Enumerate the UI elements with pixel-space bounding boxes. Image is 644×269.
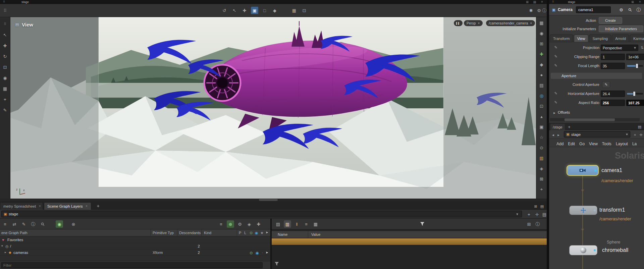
projection-dropdown[interactable]: Perspective ▾	[601, 45, 638, 51]
rotate-tool-icon[interactable]: ↻	[1, 53, 9, 60]
menu-tools[interactable]: Tools	[602, 142, 611, 146]
camera-menu-button[interactable]: /cameras/render_camera ▾	[486, 20, 535, 26]
show-handles-icon[interactable]: ✚	[1, 42, 9, 49]
chevron-down-icon[interactable]: ▾	[515, 211, 520, 217]
menu-layout[interactable]: Layout	[616, 142, 628, 146]
scrollbar-handle[interactable]	[259, 199, 278, 201]
box-select-icon[interactable]: □	[261, 7, 268, 14]
list-view-icon[interactable]: ▤	[274, 220, 282, 228]
lighting-toggle-icon[interactable]: ⊙	[538, 144, 545, 151]
pivot-icon[interactable]: ⌖	[1, 96, 9, 103]
menu-view-icon[interactable]: ≡	[303, 220, 310, 228]
pane-grip-icon[interactable]: ⠿	[1, 7, 9, 14]
copy-parameters-icon[interactable]: ⊞	[525, 220, 533, 228]
tree-row-root[interactable]: ▾ ◎ / 2	[0, 243, 270, 250]
frame-icon[interactable]: ⊡	[538, 102, 545, 110]
scale-tool-icon[interactable]: ⊡	[1, 63, 9, 71]
node-camera1[interactable]	[567, 165, 599, 176]
scene-graph-header[interactable]: ene Graph Path Primitive Typ Descendants…	[0, 229, 270, 236]
view-menu-button[interactable]: Persp ▾	[464, 20, 483, 26]
gear-icon[interactable]: ⚙	[618, 6, 625, 13]
focal-length-field[interactable]: 35	[601, 63, 625, 69]
bypass-flag[interactable]	[569, 169, 571, 171]
horizontal-aperture-field[interactable]: 26.4	[601, 91, 625, 97]
display-flag[interactable]	[594, 169, 597, 172]
close-icon[interactable]: ×	[38, 204, 41, 209]
help-icon[interactable]: ⓘ	[534, 220, 541, 228]
search-icon[interactable]: ⚲	[37, 219, 48, 229]
split-view-icon[interactable]: ‖	[293, 220, 301, 228]
pause-button[interactable]: ▌▌	[454, 20, 463, 26]
tab-geometry-spreadsheet[interactable]: metry Spreadsheet ×	[0, 202, 43, 210]
info-icon[interactable]: ⓘ	[635, 6, 642, 13]
menu-go[interactable]: Go	[579, 142, 585, 146]
pane-separator[interactable]	[547, 0, 549, 269]
star-toggle-icon[interactable]: ☆	[538, 133, 545, 141]
forward-arrow-icon[interactable]: ▸	[556, 132, 561, 138]
strip-grip-icon[interactable]: ⠿	[1, 20, 9, 28]
aspect-ratio-field[interactable]: 256	[601, 100, 625, 106]
target-display-icon[interactable]: ⌖	[538, 185, 545, 193]
display-toggle-icon[interactable]: ◉	[56, 220, 63, 228]
geometry-select-icon[interactable]: ▣	[251, 7, 258, 14]
search-icon[interactable]: ⚲	[625, 4, 635, 15]
tab-menu-icon[interactable]: ▤	[539, 204, 545, 209]
gear-star-icon[interactable]: ⚙	[236, 220, 244, 228]
node-transform1[interactable]	[569, 206, 597, 215]
tab-arnold[interactable]: Arnold	[612, 35, 629, 42]
grid-snap-icon[interactable]: ▦	[1, 85, 9, 92]
display-flag[interactable]	[594, 249, 596, 251]
filter-input[interactable]	[1, 262, 263, 268]
viewport[interactable]: ▤ View ▌▌ Persp ▾ /cameras/render_camera…	[10, 17, 536, 199]
snowflake-icon[interactable]: ❄	[527, 7, 535, 14]
link-selection-icon[interactable]: ⊗	[70, 220, 77, 228]
crosshair-icon[interactable]: ✛	[638, 132, 644, 138]
param-hscrollbar[interactable]	[550, 118, 640, 121]
initialize-parameters-button[interactable]: Initialize Parameters	[599, 25, 643, 32]
clipping-far-field[interactable]: 1e+06	[626, 54, 644, 60]
activate-toggle-icon[interactable]: ⊙	[250, 251, 253, 255]
box-display-icon[interactable]: ⊠	[538, 175, 545, 182]
aperture-section-header[interactable]: Aperture	[550, 72, 642, 79]
edit-mode-icon[interactable]: ✎	[1, 106, 9, 114]
pane-layout-icon[interactable]: ▤	[538, 82, 545, 89]
badge-icon[interactable]: ◈	[246, 220, 253, 228]
hierarchy-icon[interactable]: ≡	[217, 220, 225, 228]
horizontal-aperture-slider[interactable]	[627, 91, 643, 97]
aspect-ratio-field2[interactable]: 107.25	[626, 100, 644, 106]
link-icon[interactable]: ✛	[533, 211, 541, 218]
edit-pencil-icon[interactable]: ✎	[20, 220, 28, 228]
display-flag[interactable]	[594, 209, 596, 211]
tab-list-icon[interactable]: ⊞	[533, 204, 538, 209]
tab-karma[interactable]: Karma	[630, 35, 644, 42]
tab-sampling[interactable]: Sampling	[589, 35, 611, 42]
geometry-dot-icon[interactable]: ●	[538, 71, 545, 78]
expand-arrow-icon[interactable]: ▸	[5, 251, 6, 254]
close-icon[interactable]: ×	[85, 204, 88, 209]
material-icon[interactable]: ◆	[538, 61, 545, 68]
snap-icon[interactable]: ◆	[271, 7, 278, 14]
secure-selection-icon[interactable]: ↖	[1, 31, 9, 39]
add-column-icon[interactable]: ✚	[255, 220, 262, 228]
pin-icon[interactable]: ⌖	[632, 132, 638, 138]
stage-path-field[interactable]: ▣ stage ▾	[1, 211, 522, 217]
network-path-tab[interactable]: /stage	[550, 124, 565, 130]
back-arrow-icon[interactable]: ◂	[550, 132, 556, 138]
selection-mask-icon[interactable]: ◉	[1, 74, 9, 82]
list-menu-icon[interactable]: ≡	[1, 220, 9, 228]
view-layout-icon[interactable]: ▦	[538, 19, 545, 26]
collapse-arrow-icon[interactable]: ▸	[552, 110, 557, 115]
column-view-icon[interactable]: ▥	[284, 220, 291, 228]
tree-row-cameras[interactable]: ▸ ◆ cameras Xform 2 ⊙ ◉ · ➤	[0, 250, 270, 256]
visibility-toggle-icon[interactable]: ◉	[256, 251, 259, 255]
table-view-icon[interactable]: ▦	[312, 220, 319, 228]
columns-toggle-icon[interactable]: ▥	[538, 154, 545, 162]
tree-row-favorites[interactable]: ♥ Favorites	[0, 237, 270, 243]
filter-funnel-icon[interactable]	[420, 222, 425, 226]
menu-clipped[interactable]: La	[632, 142, 637, 146]
node-name-field[interactable]	[576, 6, 611, 13]
pane-menu-icon[interactable]: ▤	[637, 124, 642, 129]
network-canvas[interactable]: Solaris camera1 /cameras/render transfor…	[549, 147, 644, 269]
create-button[interactable]: Create	[599, 17, 622, 24]
value-ladder-icon[interactable]: ⇅	[639, 45, 644, 50]
